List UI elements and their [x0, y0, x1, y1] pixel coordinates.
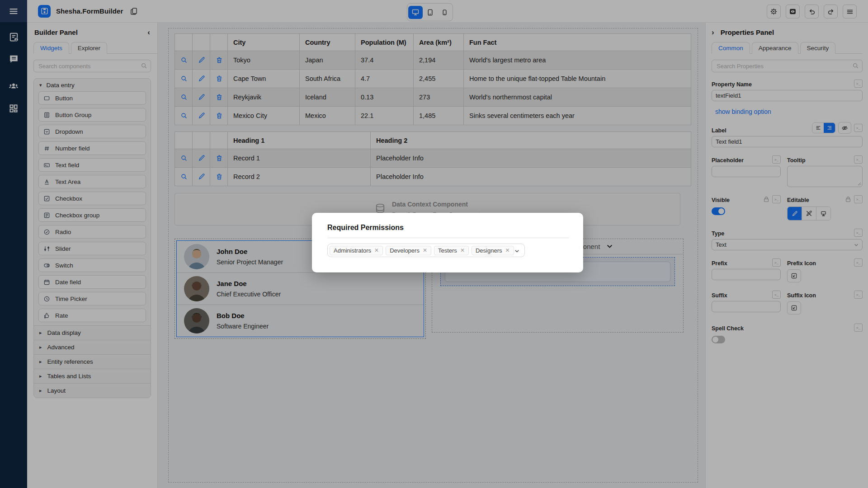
permissions-multiselect[interactable]: Administrators ✕ Developers ✕ Testers ✕ …: [327, 244, 525, 257]
permission-tag: Administrators ✕: [330, 246, 383, 255]
tag-remove-icon[interactable]: ✕: [505, 248, 509, 253]
tag-remove-icon[interactable]: ✕: [423, 248, 427, 253]
tag-remove-icon[interactable]: ✕: [460, 248, 465, 253]
permission-tag: Designers ✕: [472, 246, 514, 255]
required-permissions-modal: Required Permissions Administrators ✕ De…: [312, 213, 583, 272]
tag-remove-icon[interactable]: ✕: [374, 248, 379, 253]
app-window: Shesha.FormBuilder: [0, 0, 868, 488]
tag-label: Developers: [390, 247, 420, 254]
tag-label: Testers: [438, 247, 457, 254]
tag-label: Administrators: [334, 247, 371, 254]
permission-tag: Testers ✕: [434, 246, 469, 255]
chevron-down-icon[interactable]: [514, 248, 520, 254]
permission-tag: Developers ✕: [386, 246, 431, 255]
modal-divider: [327, 238, 569, 238]
tag-label: Designers: [476, 247, 502, 254]
modal-title: Required Permissions: [327, 224, 569, 232]
